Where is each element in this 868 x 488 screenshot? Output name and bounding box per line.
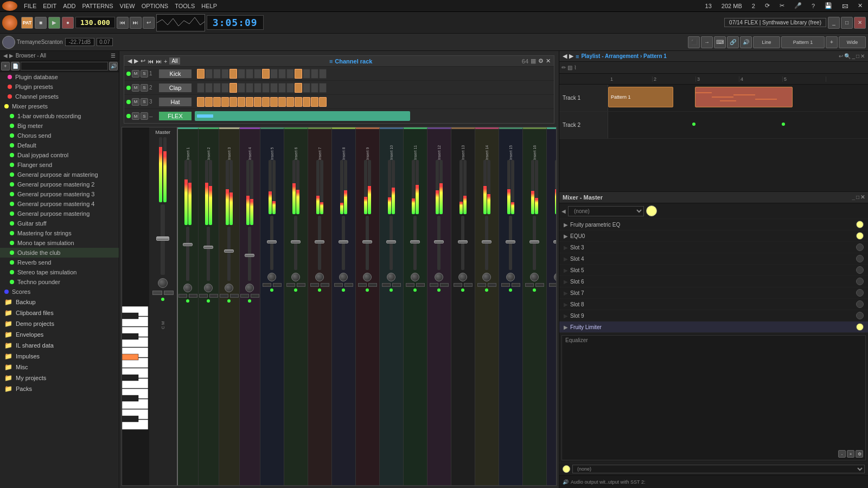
master-fader-knob[interactable] bbox=[156, 236, 169, 241]
ins1-fader-knob[interactable] bbox=[183, 243, 193, 246]
sidebar-item-gp-air-mastering[interactable]: General purpose air mastering bbox=[0, 170, 119, 179]
kick-solo[interactable]: S bbox=[141, 70, 148, 78]
ins14-led[interactable] bbox=[485, 288, 488, 292]
mmp-slot-6[interactable]: ▶ Slot 6 bbox=[559, 276, 868, 287]
ins8-fader-knob[interactable] bbox=[339, 240, 348, 243]
ch-rack-pattern-next[interactable]: ⏭ bbox=[156, 58, 162, 65]
ins3-send-l[interactable] bbox=[220, 294, 228, 298]
mixer-btn[interactable]: 🔊 bbox=[740, 36, 752, 48]
mmp-slot-7[interactable]: ▶ Slot 7 bbox=[559, 287, 868, 299]
ins11-led[interactable] bbox=[413, 288, 417, 292]
ins12-knob[interactable] bbox=[435, 273, 443, 281]
ins17-fader-knob[interactable] bbox=[553, 240, 556, 243]
sidebar-item-big-meter[interactable]: Big meter bbox=[0, 121, 119, 131]
ins4-knob[interactable] bbox=[245, 284, 254, 292]
ins15-fader-knob[interactable] bbox=[506, 240, 515, 243]
hat-mute[interactable]: M bbox=[132, 98, 139, 106]
sidebar-folder-clipboard[interactable]: 📁 Clipboard files bbox=[0, 307, 119, 318]
mode-line[interactable]: Line bbox=[753, 36, 780, 48]
kick-name[interactable]: Kick bbox=[159, 69, 192, 78]
mmp-fruity-limiter-led[interactable] bbox=[856, 323, 864, 331]
mmp-slot-4[interactable]: ▶ Slot 4 bbox=[559, 253, 868, 265]
sidebar-item-gp-mastering2[interactable]: General purpose mastering 2 bbox=[0, 179, 119, 189]
ins11-knob[interactable] bbox=[411, 273, 419, 281]
hat-pad-6[interactable] bbox=[238, 97, 245, 107]
ch-rack-close-btn[interactable]: ✕ bbox=[546, 57, 551, 65]
sidebar-item-gp-mastering4[interactable]: General purpose mastering 4 bbox=[0, 199, 119, 209]
mmp-slot6-led[interactable] bbox=[856, 278, 864, 285]
sidebar-folder-my-projects[interactable]: 📁 My projects bbox=[0, 373, 119, 383]
kick-pad-1[interactable] bbox=[197, 69, 205, 79]
help-icon[interactable]: ? bbox=[808, 3, 818, 9]
clap-pad-5[interactable] bbox=[229, 83, 237, 93]
hat-pad-7[interactable] bbox=[246, 97, 253, 107]
sidebar-folder-demo[interactable]: 📁 Demo projects bbox=[0, 318, 119, 329]
ins1-knob[interactable] bbox=[183, 284, 192, 292]
ins16-knob[interactable] bbox=[530, 273, 539, 281]
flex-name[interactable]: FLEX bbox=[159, 112, 192, 120]
sidebar-folder-misc[interactable]: 📁 Misc bbox=[0, 362, 119, 373]
mmp-slot4-led[interactable] bbox=[856, 255, 864, 262]
menu-edit[interactable]: EDIT bbox=[40, 3, 60, 9]
ch-rack-settings-icon[interactable]: ⚙ bbox=[538, 57, 544, 65]
kick-mute[interactable]: M bbox=[132, 70, 139, 78]
hat-pad-2[interactable] bbox=[205, 97, 213, 107]
hat-solo[interactable]: S bbox=[141, 98, 148, 106]
ins5-send-l[interactable] bbox=[263, 283, 271, 287]
hat-pad-14[interactable] bbox=[303, 97, 310, 107]
flex-note-area[interactable] bbox=[195, 111, 554, 121]
ins11-send-r[interactable] bbox=[416, 283, 425, 287]
hat-pad-11[interactable] bbox=[278, 97, 286, 107]
sidebar-folder-envelopes[interactable]: 📁 Envelopes bbox=[0, 329, 119, 340]
sidebar-item-reverb-send[interactable]: Reverb send bbox=[0, 258, 119, 267]
kick-pad-3[interactable] bbox=[213, 69, 221, 79]
hat-pad-5[interactable] bbox=[229, 97, 237, 107]
hat-pad-3[interactable] bbox=[213, 97, 221, 107]
ins5-fader-knob[interactable] bbox=[267, 240, 277, 243]
playlist-nav-next[interactable]: ▶ bbox=[569, 53, 573, 60]
insert-track-7[interactable]: Insert 7 bbox=[308, 127, 332, 485]
kick-pad-4[interactable] bbox=[221, 69, 229, 79]
sidebar-search[interactable] bbox=[21, 62, 108, 70]
ins13-knob[interactable] bbox=[458, 273, 467, 281]
clap-pad-14[interactable] bbox=[303, 83, 310, 93]
ins16-led[interactable] bbox=[533, 288, 536, 292]
kick-pad-14[interactable] bbox=[303, 69, 310, 79]
clap-pad-12[interactable] bbox=[286, 83, 294, 93]
add-pattern[interactable]: + bbox=[826, 36, 838, 48]
insert-track-2[interactable]: Insert 2 bbox=[199, 127, 219, 485]
mmp-max-btn[interactable]: □ bbox=[856, 194, 859, 201]
ins15-led[interactable] bbox=[509, 288, 512, 292]
mmp-slot3-led[interactable] bbox=[856, 243, 864, 251]
pl-zoom-icon[interactable]: 🔍 bbox=[844, 53, 851, 59]
play-button[interactable]: ▶ bbox=[48, 17, 60, 29]
mmp-slot7-led[interactable] bbox=[856, 289, 864, 297]
insert-track-15[interactable]: Insert 15 bbox=[499, 127, 523, 485]
ins5-send-r[interactable] bbox=[273, 283, 282, 287]
ins8-send-r[interactable] bbox=[344, 283, 353, 287]
sidebar-item-mixer-presets[interactable]: Mixer presets bbox=[0, 101, 119, 111]
ins6-knob[interactable] bbox=[291, 273, 300, 281]
ch-rack-nav-prev[interactable]: ◀ bbox=[127, 57, 132, 65]
ins4-send-l[interactable] bbox=[240, 294, 249, 298]
sidebar-item-mastering-strings[interactable]: Mastering for strings bbox=[0, 228, 119, 238]
win-min[interactable]: _ bbox=[828, 17, 840, 29]
fast-fwd-btn[interactable]: ⏭ bbox=[130, 17, 142, 29]
sidebar-file-btn[interactable]: 📄 bbox=[11, 62, 20, 70]
ins1-send-r[interactable] bbox=[189, 294, 197, 298]
ins13-send-r[interactable] bbox=[464, 283, 473, 287]
hat-pad-16[interactable] bbox=[319, 97, 327, 107]
sidebar-item-gp-mastering[interactable]: General purpose mastering bbox=[0, 209, 119, 219]
win-max[interactable]: □ bbox=[841, 17, 853, 29]
sidebar-item-mono-tape[interactable]: Mono tape simulation bbox=[0, 238, 119, 248]
ins1-send-l[interactable] bbox=[178, 294, 187, 298]
hat-pad-1[interactable] bbox=[197, 97, 205, 107]
ch-rack-nav-next[interactable]: ▶ bbox=[134, 57, 138, 65]
ins14-send-l[interactable] bbox=[477, 283, 486, 287]
tempo-display[interactable]: 130.000 bbox=[75, 17, 115, 28]
ins8-send-l[interactable] bbox=[334, 283, 343, 287]
ins9-knob[interactable] bbox=[363, 273, 372, 281]
sidebar-item-guitar-stuff[interactable]: Guitar stuff bbox=[0, 219, 119, 228]
sidebar-item-techno-pounder[interactable]: Techno pounder bbox=[0, 277, 119, 287]
master-knob[interactable] bbox=[158, 278, 168, 288]
